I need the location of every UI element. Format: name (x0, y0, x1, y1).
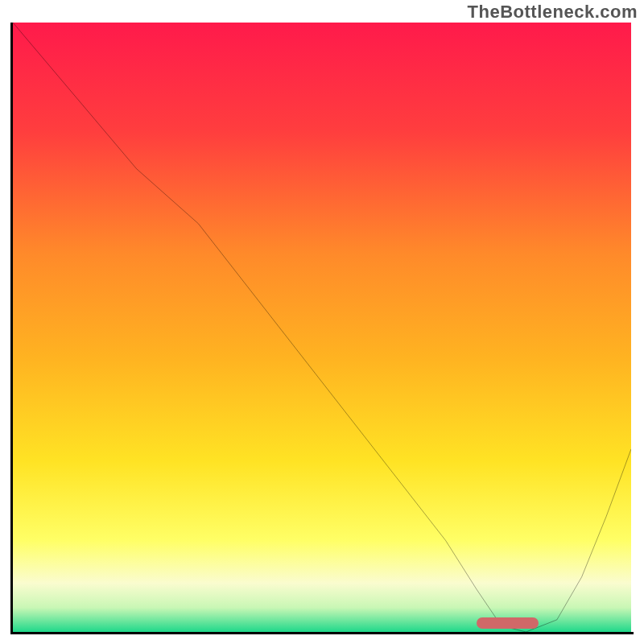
optimal-range-marker (477, 617, 539, 629)
attribution-text: TheBottleneck.com (468, 2, 638, 23)
bottleneck-curve (13, 23, 631, 632)
plot-area (13, 23, 631, 632)
